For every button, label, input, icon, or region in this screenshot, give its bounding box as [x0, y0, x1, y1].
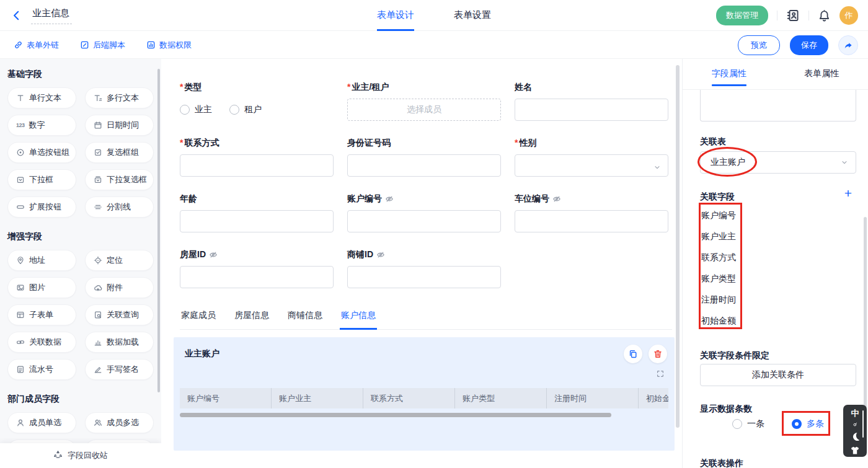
add-condition-button[interactable]: 添加关联条件 [700, 364, 856, 386]
canvas-scrollbar[interactable] [676, 65, 680, 428]
related-field-item[interactable]: 账户类型 [701, 268, 736, 289]
field-shop-id[interactable]: 商铺ID [347, 249, 501, 288]
field-pill-multi-line-text[interactable]: 多行文本 [85, 87, 154, 108]
contact-input[interactable] [180, 154, 334, 177]
horizontal-scrollbar[interactable] [180, 413, 611, 417]
tshirt-icon[interactable] [850, 446, 860, 458]
copy-widget-button[interactable] [624, 345, 642, 363]
field-type[interactable]: 类型 业主 租户 [180, 81, 334, 121]
pill-label: 关联数据 [29, 337, 61, 348]
field-pill-address[interactable]: 地址 [7, 250, 76, 271]
page-title[interactable]: 业主信息 [31, 6, 72, 24]
field-pill-image[interactable]: 图片 [7, 277, 76, 298]
tab-field-properties[interactable]: 字段属性 [683, 59, 776, 89]
avatar[interactable]: 作 [839, 6, 858, 25]
field-gender[interactable]: 性别 [515, 137, 668, 177]
field-pill-single-line-text[interactable]: 单行文本 [7, 87, 76, 108]
table-ops-label: 关联表操作 [700, 458, 743, 468]
tab-form-settings[interactable]: 表单设置 [454, 0, 491, 31]
field-age[interactable]: 年龄 [180, 193, 334, 232]
field-parking-no[interactable]: 车位编号 [515, 193, 668, 232]
data-manage-button[interactable]: 数据管理 [716, 6, 768, 25]
account-no-input[interactable] [347, 210, 501, 232]
field-pill-divider[interactable]: 分割线 [85, 196, 154, 218]
house-id-input[interactable] [180, 266, 334, 288]
form-designer-app: 业主信息 表单设计 表单设置 数据管理 作 表单外链 后端脚本 [0, 0, 868, 468]
form-external-link[interactable]: 表单外链 [14, 40, 59, 51]
member-picker[interactable]: 选择成员 [347, 99, 501, 121]
owner-account-subform-panel[interactable]: 业主账户 账户编号 账户业主 联系方式 账户类型 注册时间 初始金额 [174, 337, 675, 451]
field-recycle-bin[interactable]: 字段回收站 [0, 443, 161, 468]
tab-family-members[interactable]: 家庭成员 [180, 304, 217, 329]
field-house-id[interactable]: 房屋ID [180, 249, 334, 288]
chevron-down-icon [653, 162, 661, 174]
related-field-item[interactable]: 联系方式 [701, 247, 736, 268]
field-pill-member-single[interactable]: 成员单选 [7, 412, 76, 433]
parking-no-input[interactable] [515, 210, 668, 232]
field-pill-multi-dropdown[interactable]: 下拉复选框 [85, 169, 154, 190]
share-button[interactable] [838, 35, 858, 55]
moon-icon[interactable] [850, 431, 861, 444]
tab-account-info[interactable]: 账户信息 [340, 304, 377, 330]
preview-button[interactable]: 预览 [738, 35, 780, 55]
data-permission-link[interactable]: 数据权限 [146, 40, 192, 51]
radio-owner[interactable]: 业主 [180, 104, 212, 115]
field-id-number[interactable]: 身份证号码 [347, 137, 501, 177]
language-toggle[interactable]: 中 [851, 408, 859, 418]
field-pill-number[interactable]: 123数字 [7, 115, 76, 136]
related-field-item[interactable]: 初始金额 [701, 310, 736, 331]
recycle-icon [53, 450, 63, 461]
shop-id-input[interactable] [347, 266, 501, 288]
tab-shop-info[interactable]: 商铺信息 [286, 304, 324, 329]
panel-scrollbar[interactable] [864, 217, 867, 422]
back-button[interactable] [11, 10, 22, 21]
field-account-no[interactable]: 账户编号 [347, 193, 501, 232]
name-input[interactable] [515, 99, 668, 121]
field-pill-radio-group[interactable]: 单选按钮组 [7, 142, 76, 163]
field-pill-serial-number[interactable]: 流水号 [7, 359, 76, 380]
delete-widget-button[interactable] [649, 345, 667, 363]
field-name[interactable]: 姓名 [515, 81, 668, 121]
related-field-item[interactable]: 注册时间 [701, 289, 736, 310]
toolbar-actions: 预览 保存 [738, 35, 858, 55]
related-table-select[interactable]: 业主账户 [700, 151, 856, 174]
radio-tenant[interactable]: 租户 [229, 104, 262, 115]
related-field-item[interactable]: 账户业主 [701, 226, 736, 247]
field-pill-datetime[interactable]: 日期时间 [85, 115, 154, 136]
field-pill-extend-button[interactable]: 扩展按钮 [7, 196, 76, 218]
save-button[interactable]: 保存 [790, 35, 828, 55]
active-tab-indicator [712, 84, 746, 86]
tab-form-properties[interactable]: 表单属性 [776, 59, 868, 89]
gender-select[interactable] [515, 154, 668, 177]
add-related-field-button[interactable]: + [844, 187, 852, 200]
field-pill-locate[interactable]: 定位 [85, 250, 154, 271]
subform-icon [16, 311, 25, 319]
field-owner-member[interactable]: 业主/租户 选择成员 [347, 81, 501, 121]
field-pill-attachment[interactable]: 附件 [85, 277, 154, 298]
field-pill-data-load[interactable]: 数据加载 [85, 332, 154, 353]
field-pill-signature[interactable]: 手写签名 [85, 359, 154, 380]
tab-form-design[interactable]: 表单设计 [377, 0, 414, 31]
field-pill-related-data[interactable]: 关联数据 [7, 332, 76, 353]
age-input[interactable] [180, 210, 334, 232]
signature-icon [94, 365, 102, 374]
translate-plugin-widget[interactable]: 中 [843, 405, 867, 457]
related-field-item[interactable]: 账户编号 [701, 205, 736, 226]
backend-script-link[interactable]: 后端脚本 [80, 40, 125, 51]
sidebar-scrollbar[interactable] [157, 69, 160, 392]
field-pill-member-multi[interactable]: 成员多选 [85, 412, 154, 433]
field-pill-subform[interactable]: 子表单 [7, 304, 76, 325]
tab-house-info[interactable]: 房屋信息 [233, 304, 270, 329]
bell-icon[interactable] [818, 9, 831, 22]
field-pill-checkbox-group[interactable]: 复选框组 [85, 142, 154, 163]
radio-single-record[interactable]: 一条 [732, 418, 764, 430]
id-number-input[interactable] [347, 154, 501, 177]
field-contact[interactable]: 联系方式 [180, 137, 334, 177]
title-input-partial[interactable] [700, 90, 856, 121]
expand-button[interactable] [656, 369, 665, 381]
field-pill-dropdown[interactable]: 下拉框 [7, 169, 76, 190]
field-pill-related-query[interactable]: 关联查询 [85, 304, 154, 325]
radio-multiple-records[interactable]: 多条 [792, 418, 824, 430]
contacts-icon[interactable] [786, 9, 800, 22]
member-multi-icon [94, 418, 102, 427]
